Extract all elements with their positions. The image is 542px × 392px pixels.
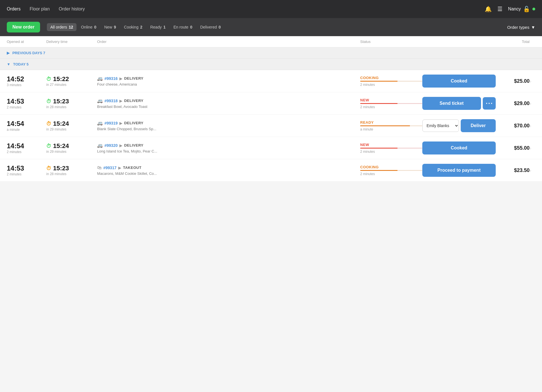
order-arrow: ▶ (118, 165, 121, 170)
total-col: $29.00 (496, 101, 530, 106)
order-col: 🚐 #99316 ▶ DELIVERY Four cheese, America… (97, 76, 360, 86)
delivery-time-col: ⏱ 15:24 in 29 minutes (46, 120, 97, 131)
filter-enroute[interactable]: En route 0 (170, 23, 196, 31)
header-status: Status (360, 40, 422, 44)
filter-new-label: New (104, 25, 112, 29)
order-col: 🚐 #99318 ▶ DELIVERY Breakfast Bowl, Avoc… (97, 98, 360, 109)
table-row: 14:54 a minute ⏱ 15:24 in 29 minutes 🚐 #… (0, 115, 542, 137)
filter-all-orders[interactable]: All orders 12 (47, 23, 77, 31)
previous-days-count: 7 (43, 51, 45, 55)
order-id[interactable]: #99320 (104, 143, 118, 148)
order-col: 🛍 #99317 ▶ TAKEOUT Macarons, M&M Cookie … (97, 165, 360, 176)
opened-at-col: 14:53 2 minutes (7, 97, 46, 109)
filter-new-count: 9 (114, 25, 116, 29)
delivery-time: ⏱ 15:22 (46, 75, 97, 83)
row-expand-arrow[interactable]: › (530, 145, 535, 151)
cooked-button[interactable]: Cooked (422, 141, 496, 154)
status-time: 2 minutes (360, 105, 422, 109)
top-nav: Orders Floor plan Order history 🔔 ☰ Nanc… (0, 0, 542, 18)
section-previous-days[interactable]: ▶ PREVIOUS DAYS 7 (0, 47, 542, 59)
delivery-time-col: ⏱ 15:23 in 28 minutes (46, 98, 97, 109)
filter-cooking-count: 2 (140, 25, 142, 29)
delivery-time: ⏱ 15:23 (46, 98, 97, 105)
order-arrow: ▶ (119, 76, 123, 81)
filter-online-count: 0 (94, 25, 96, 29)
delivery-clock-icon: ⏱ (46, 143, 51, 149)
row-expand-arrow[interactable]: › (530, 101, 535, 106)
nav-orders[interactable]: Orders (7, 5, 21, 13)
section-today[interactable]: ▼ TODAY 5 (0, 59, 542, 70)
delivery-van-icon: 🚐 (97, 98, 103, 103)
order-id[interactable]: #99318 (104, 99, 118, 103)
status-label: COOKING (360, 76, 422, 80)
filter-delivered-label: Delivered (200, 25, 217, 29)
new-order-button[interactable]: New order (7, 22, 40, 32)
today-arrow: ▼ (7, 62, 10, 66)
proceed-to-payment-button[interactable]: Proceed to payment (422, 164, 496, 177)
row-expand-arrow[interactable]: › (530, 167, 535, 173)
action-col: Cooked (422, 141, 496, 154)
filter-ready[interactable]: Ready 1 (147, 23, 169, 31)
order-type: DELIVERY (124, 121, 144, 125)
filter-delivered-count: 0 (218, 25, 221, 29)
order-items: Breakfast Bowl, Avocado Toast (97, 104, 360, 109)
menu-icon[interactable]: ☰ (497, 6, 502, 12)
order-items: Four cheese, Americana (97, 82, 360, 86)
previous-days-arrow: ▶ (7, 51, 10, 55)
status-time: a minute (360, 127, 422, 131)
status-col: COOKING 2 minutes (360, 76, 422, 87)
opened-sub: a minute (7, 128, 46, 132)
more-options-button[interactable]: • • • (483, 97, 496, 110)
opened-at-col: 14:54 2 minutes (7, 142, 46, 154)
filter-cooking[interactable]: Cooking 2 (121, 23, 146, 31)
driver-select[interactable]: Emily Blanks (422, 119, 459, 132)
delivery-time: ⏱ 15:23 (46, 165, 97, 172)
order-arrow: ▶ (119, 99, 123, 103)
deliver-button[interactable]: Deliver (461, 119, 496, 132)
filter-delivered[interactable]: Delivered 0 (197, 23, 224, 31)
filter-tabs: All orders 12 Online 0 New 9 Cooking 2 R… (47, 23, 224, 31)
action-col: Send ticket • • • (422, 97, 496, 110)
nav-history[interactable]: Order history (59, 5, 85, 13)
filter-ready-label: Ready (150, 25, 161, 29)
row-expand-arrow[interactable]: › (530, 78, 535, 84)
nav-floorplan[interactable]: Floor plan (30, 5, 50, 13)
order-id[interactable]: #99319 (104, 121, 118, 125)
sub-nav: New order All orders 12 Online 0 New 9 C… (0, 18, 542, 36)
opened-time: 14:53 (7, 164, 46, 172)
header-total: Total (496, 40, 530, 44)
opened-sub: 2 minutes (7, 150, 46, 154)
order-types-button[interactable]: Order types ▼ (507, 25, 535, 30)
opened-at-col: 14:54 a minute (7, 120, 46, 132)
delivery-sub: in 29 minutes (46, 127, 97, 131)
delivery-sub: in 28 minutes (46, 105, 97, 109)
order-type: DELIVERY (124, 143, 144, 147)
order-arrow: ▶ (119, 121, 123, 125)
order-type: DELIVERY (124, 99, 144, 103)
filter-online[interactable]: Online 0 (78, 23, 100, 31)
order-type: TAKEOUT (123, 165, 141, 170)
table-row: 14:53 2 minutes ⏱ 15:23 in 28 minutes 🛍 … (0, 159, 542, 182)
status-col: NEW 2 minutes (360, 143, 422, 154)
header-arrow (530, 40, 535, 44)
order-id[interactable]: #99317 (103, 165, 117, 170)
order-id[interactable]: #99316 (104, 76, 118, 81)
order-items: Macarons, M&M Cookie Skillet, Co... (97, 171, 360, 176)
total-col: $55.00 (496, 145, 530, 151)
cooked-button[interactable]: Cooked (422, 75, 496, 88)
delivery-clock-icon: ⏱ (46, 76, 51, 82)
status-col: READY a minute (360, 120, 422, 131)
delivery-time-col: ⏱ 15:24 in 29 minutes (46, 142, 97, 154)
filter-all-label: All orders (50, 25, 67, 29)
status-bar (360, 148, 422, 149)
opened-at-col: 14:52 3 minutes (7, 75, 46, 87)
bell-icon[interactable]: 🔔 (485, 6, 492, 12)
filter-new[interactable]: New 9 (101, 23, 119, 31)
nav-icons: 🔔 ☰ Nancy 🔓 (485, 6, 535, 12)
order-arrow: ▶ (119, 143, 123, 148)
user-menu[interactable]: Nancy 🔓 (508, 6, 535, 12)
header-order: Order (97, 40, 360, 44)
row-expand-arrow[interactable]: › (530, 123, 535, 129)
send-ticket-button[interactable]: Send ticket (422, 97, 481, 110)
user-name: Nancy (508, 6, 521, 12)
